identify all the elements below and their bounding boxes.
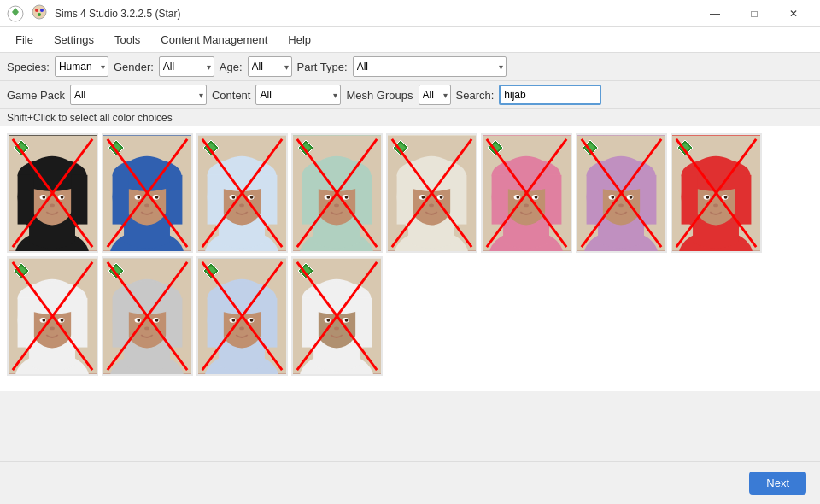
svg-point-18	[50, 204, 55, 208]
svg-rect-61	[355, 175, 372, 225]
svg-point-98	[524, 204, 529, 208]
svg-point-178	[239, 327, 244, 331]
filter-toolbar-1: Species: Human Dog Cat Gender: All Male …	[0, 53, 820, 81]
minimize-button[interactable]: —	[695, 0, 735, 27]
meshgroups-label: Mesh Groups	[346, 89, 413, 102]
svg-point-33	[155, 196, 159, 199]
sims-logo-icon	[296, 261, 315, 280]
svg-point-50	[239, 204, 244, 208]
search-label: Search:	[456, 89, 495, 102]
sims-logo-icon	[107, 261, 126, 280]
maximize-button[interactable]: □	[735, 0, 774, 27]
svg-point-81	[440, 196, 443, 199]
svg-point-114	[618, 204, 624, 208]
meshgroups-select[interactable]: All	[419, 85, 451, 105]
svg-rect-125	[735, 175, 751, 225]
svg-point-160	[137, 319, 140, 322]
list-item[interactable]	[386, 133, 477, 253]
svg-point-146	[50, 327, 55, 331]
svg-rect-156	[113, 298, 129, 348]
menu-bar: File Settings Tools Content Management H…	[0, 27, 820, 53]
menu-tools[interactable]: Tools	[106, 30, 149, 50]
svg-point-177	[250, 319, 254, 322]
list-item[interactable]	[102, 256, 193, 376]
svg-point-162	[144, 327, 149, 331]
parttype-select[interactable]: All Hat Hair Top Bottom Shoes Accessory	[353, 56, 507, 77]
svg-point-97	[535, 196, 538, 199]
svg-point-130	[713, 204, 718, 208]
svg-point-192	[326, 319, 330, 322]
age-label: Age:	[220, 61, 243, 73]
list-item[interactable]	[196, 256, 288, 376]
menu-content-management[interactable]: Content Management	[152, 30, 276, 50]
svg-rect-108	[587, 175, 603, 225]
sims-logo-icon	[486, 138, 505, 157]
svg-rect-76	[397, 175, 413, 225]
svg-point-1	[32, 5, 46, 19]
svg-point-48	[231, 196, 235, 199]
filter-toolbar-2: Game Pack All Content All Mesh Groups Al…	[0, 81, 820, 109]
svg-rect-13	[71, 175, 87, 225]
svg-point-65	[345, 196, 348, 199]
svg-rect-29	[166, 175, 182, 225]
svg-rect-109	[640, 175, 656, 225]
content-select[interactable]: All	[255, 85, 341, 105]
list-item[interactable]	[7, 256, 98, 376]
list-item[interactable]	[291, 256, 383, 376]
svg-point-49	[250, 196, 254, 199]
list-item[interactable]	[576, 133, 667, 253]
sims-logo-icon	[202, 261, 220, 280]
svg-point-128	[706, 196, 709, 199]
species-label: Species:	[7, 61, 50, 73]
content-select-wrap: All	[255, 85, 341, 105]
svg-point-176	[231, 319, 235, 322]
next-button[interactable]: Next	[749, 472, 806, 495]
svg-rect-140	[18, 298, 34, 348]
svg-point-193	[345, 319, 348, 322]
menu-help[interactable]: Help	[279, 30, 319, 50]
title-bar: Sims 4 Studio 3.2.2.5 (Star) — □ ✕	[0, 0, 820, 27]
svg-rect-93	[545, 175, 561, 225]
menu-file[interactable]: File	[7, 30, 42, 50]
svg-point-112	[611, 196, 614, 199]
svg-point-17	[61, 196, 64, 199]
svg-point-161	[155, 319, 159, 322]
items-grid	[0, 126, 820, 391]
svg-rect-12	[18, 175, 34, 225]
svg-rect-60	[302, 175, 319, 225]
gamepack-select-wrap: All	[70, 85, 207, 105]
svg-point-80	[421, 196, 425, 199]
list-item[interactable]	[291, 133, 383, 253]
sims-logo-icon	[296, 138, 315, 157]
svg-rect-141	[71, 298, 87, 348]
gamepack-label: Game Pack	[7, 89, 65, 102]
meshgroups-select-wrap: All	[419, 85, 451, 105]
svg-point-66	[334, 204, 339, 208]
list-item[interactable]	[7, 133, 98, 253]
age-select[interactable]: All Adult Teen Child	[248, 56, 292, 77]
search-input[interactable]	[499, 85, 601, 105]
svg-point-32	[137, 196, 140, 199]
menu-settings[interactable]: Settings	[45, 30, 102, 50]
list-item[interactable]	[102, 133, 193, 253]
list-item[interactable]	[196, 133, 288, 253]
gender-select[interactable]: All Male Female	[159, 56, 214, 77]
gender-select-wrap: All Male Female	[159, 56, 214, 77]
species-select[interactable]: Human Dog Cat	[55, 56, 108, 77]
sims-logo-icon	[202, 138, 220, 157]
close-button[interactable]: ✕	[774, 0, 813, 27]
list-item[interactable]	[671, 133, 762, 253]
gamepack-select[interactable]: All	[70, 85, 207, 105]
gender-label: Gender:	[114, 61, 154, 73]
sims-logo-icon	[12, 138, 31, 157]
svg-point-82	[429, 204, 434, 208]
svg-rect-124	[682, 175, 698, 225]
sims-logo-icon	[581, 138, 600, 157]
svg-point-144	[42, 319, 45, 322]
window-controls: — □ ✕	[695, 0, 813, 27]
app-icon	[7, 5, 24, 22]
sims-logo-icon	[391, 138, 410, 157]
list-item[interactable]	[481, 133, 572, 253]
svg-rect-92	[492, 175, 508, 225]
svg-point-194	[334, 327, 339, 331]
